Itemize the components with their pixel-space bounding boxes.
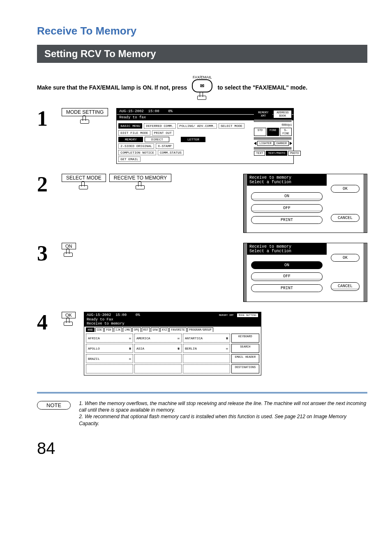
memory-button[interactable]: MEMORY xyxy=(118,137,143,142)
tab-print-out[interactable]: PRINT OUT xyxy=(152,130,174,136)
tab-deferred[interactable]: DEFERRED COMM. xyxy=(144,123,175,129)
step-number: 3 xyxy=(37,243,62,264)
entry-empty[interactable] xyxy=(134,354,182,363)
off-button[interactable]: OFF xyxy=(251,272,323,281)
entry-africa[interactable]: AFRICA✉ xyxy=(86,334,133,343)
section-heading: Setting RCV To Memory xyxy=(37,45,367,63)
tab-xyz[interactable]: XYZ xyxy=(160,327,169,332)
intro-line: Make sure that the FAX/EMAIL lamp is ON.… xyxy=(37,75,367,100)
phone-icon: ☎ xyxy=(226,336,228,340)
letter-button[interactable]: LETTER xyxy=(181,137,205,142)
email-header-button[interactable]: EMAIL HEADER xyxy=(231,354,259,363)
print-button[interactable]: PRINT xyxy=(251,284,323,292)
fine-button[interactable]: FINE xyxy=(267,128,279,136)
darker-button[interactable]: DARKER xyxy=(274,141,289,146)
press-icon xyxy=(80,117,90,124)
tab-select-mode[interactable]: SELECT MODE xyxy=(219,123,244,129)
memory-xmt-button[interactable]: MEMORY XMT xyxy=(254,110,272,118)
fax-email-icon: ✉ xyxy=(192,79,212,92)
entry-empty[interactable] xyxy=(183,354,230,363)
tab-edit-file[interactable]: EDIT FILE MODE xyxy=(118,130,150,136)
tab-opq[interactable]: OPQ xyxy=(132,327,141,332)
tab-basic-menu[interactable]: BASIC MENU xyxy=(118,123,142,129)
on-button-selected[interactable]: ON xyxy=(251,261,323,269)
get-email-button[interactable]: GET EMAIL xyxy=(118,157,140,162)
tab-polling[interactable]: POLLING/ ADV.COMM. xyxy=(178,123,217,129)
mode-setting-button[interactable]: MODE SETTING xyxy=(237,313,258,318)
manual-page: Receive To Memory Setting RCV To Memory … xyxy=(0,0,392,474)
screen-status: Ready to fax xyxy=(119,115,146,120)
sfine-button[interactable]: S-FINE xyxy=(280,128,292,136)
tab-lmn[interactable]: LMN xyxy=(123,327,131,332)
address-book-button[interactable]: ADDRESS BOOK xyxy=(273,110,292,118)
tab-favorite[interactable]: FAVORITE xyxy=(169,327,187,332)
lighter-button[interactable]: LIGHTER xyxy=(257,141,273,146)
ok-button[interactable]: OK xyxy=(331,185,360,193)
intro-text-2: to select the "FAX/EMAIL" mode. xyxy=(217,84,307,91)
darker-icon xyxy=(290,142,292,145)
memory-pct: 0% xyxy=(136,313,140,317)
popup-title: Receive to memory Select a function xyxy=(247,243,327,255)
press-icon xyxy=(64,250,74,257)
text-button[interactable]: TEXT xyxy=(254,151,265,156)
select-mode-key[interactable]: SELECT MODE xyxy=(62,174,106,182)
x-stamp-button[interactable]: X-STAMP xyxy=(156,143,174,149)
entry-empty[interactable] xyxy=(134,364,182,373)
two-sided-button[interactable]: 2-SIDED ORIGINAL xyxy=(118,143,154,149)
on-button[interactable]: ON xyxy=(251,192,323,201)
std-button[interactable]: STD xyxy=(254,128,266,136)
entry-antartica[interactable]: ANTARTICA☎ xyxy=(183,334,230,343)
note-item-1: When the memory overflows, the machine w… xyxy=(79,401,366,413)
entry-america[interactable]: AMERICA✉ xyxy=(134,334,182,343)
textphoto-button[interactable]: TEXT/PHOTO xyxy=(266,151,287,156)
popup-screen-2: Receive to memory Select a function ON O… xyxy=(243,174,367,233)
dpi-label: 600dpi xyxy=(254,123,292,127)
page-number: 84 xyxy=(37,439,367,458)
stripe-decor xyxy=(254,120,292,122)
tab-uvw[interactable]: UVW xyxy=(151,327,159,332)
cancel-button[interactable]: CANCEL xyxy=(331,214,360,222)
mail-icon: ✉ xyxy=(129,336,131,340)
step-number: 4 xyxy=(37,312,62,333)
memory-xmt-button[interactable]: MEMORY XMT xyxy=(217,313,236,318)
entry-brazil[interactable]: BRAZIL✉ xyxy=(86,354,133,363)
note-item-2: We recommend that optional flash memory … xyxy=(79,414,346,426)
entry-apollo[interactable]: APOLLO☎ xyxy=(86,344,133,353)
popup-title: Receive to memory Select a function xyxy=(247,174,327,186)
keyboard-button[interactable]: KEYBOARD xyxy=(231,334,259,343)
mode-setting-key[interactable]: MODE SETTING xyxy=(62,108,108,116)
page-title: Receive To Memory xyxy=(37,25,367,37)
search-button[interactable]: SEARCH xyxy=(231,344,259,353)
tab-fgh[interactable]: FGH xyxy=(104,327,113,332)
receive-to-memory-key[interactable]: RECEIVE TO MEMORY xyxy=(109,174,171,182)
entry-empty[interactable] xyxy=(86,364,133,373)
screen-date: AUG-15-2002 xyxy=(119,109,143,113)
tab-program-group[interactable]: PROGRAM/GROUP xyxy=(187,327,213,332)
completion-notice-button[interactable]: COMPLETION NOTICE xyxy=(118,150,156,155)
destinations-button[interactable]: DESTINATIONS xyxy=(231,364,259,373)
entry-empty[interactable] xyxy=(183,364,230,373)
print-button[interactable]: PRINT xyxy=(251,216,323,224)
lighter-icon xyxy=(254,142,256,145)
ok-button[interactable]: OK xyxy=(331,254,360,262)
direct-button[interactable]: DIRECT xyxy=(145,137,169,142)
entry-asia[interactable]: ASIA☎ xyxy=(134,344,182,353)
cancel-button[interactable]: CANCEL xyxy=(331,282,360,291)
photo-button[interactable]: PHOTO xyxy=(288,151,301,156)
screen-side-panel: MEMORY XMT ADDRESS BOOK 600dpi STD FINE … xyxy=(254,110,292,156)
address-book-screen: AUG-15-2002 15:00 0% MEMORY XMT MODE SET… xyxy=(84,312,261,375)
off-button[interactable]: OFF xyxy=(251,204,323,213)
tab-rst[interactable]: RST xyxy=(142,327,150,332)
fax-email-button[interactable]: FAX/EMAIL ✉ xyxy=(192,75,212,100)
tab-ab[interactable]: #AB xyxy=(86,327,95,332)
entry-berlin[interactable]: BERLIN✉ xyxy=(183,344,230,353)
press-icon xyxy=(64,319,74,326)
tab-ijk[interactable]: IJK xyxy=(114,327,122,332)
screen-status: Ready to Fax xyxy=(87,318,258,322)
popup-screen-3: Receive to memory Select a function ON O… xyxy=(243,243,367,302)
tab-cde[interactable]: CDE xyxy=(95,327,104,332)
stripe-decor xyxy=(254,147,292,150)
intro-text-1: Make sure that the FAX/EMAIL lamp is ON.… xyxy=(37,84,187,91)
comm-status-button[interactable]: COMM.STATUS xyxy=(158,150,184,155)
press-icon xyxy=(79,183,89,189)
